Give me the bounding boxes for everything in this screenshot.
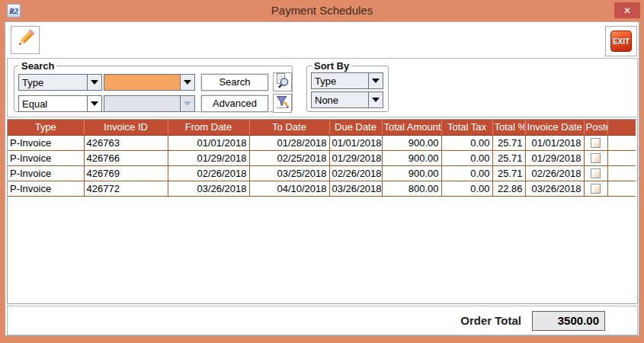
chevron-down-icon[interactable] xyxy=(180,75,194,90)
table-row[interactable]: P-Invoice42676601/29/201802/25/201801/29… xyxy=(8,150,636,165)
posted-checkbox[interactable] xyxy=(591,138,601,148)
table-cell[interactable]: 25.71 xyxy=(492,135,525,150)
column-header-total-tax[interactable]: Total Tax xyxy=(441,120,492,135)
table-cell[interactable]: 01/01/2018 xyxy=(525,135,584,150)
column-header-due-date[interactable]: Due Date xyxy=(329,120,382,135)
table-cell[interactable]: 900.00 xyxy=(382,135,441,150)
edit-button[interactable] xyxy=(11,26,40,54)
search-groupbox: Search Type Search xyxy=(14,60,293,112)
table-cell-filler xyxy=(607,165,636,181)
table-cell-posted xyxy=(584,165,607,181)
table-row[interactable]: P-Invoice42676902/26/201803/25/201802/26… xyxy=(8,165,636,181)
column-header-total-[interactable]: Total % xyxy=(492,120,525,135)
posted-checkbox[interactable] xyxy=(591,153,601,163)
posted-checkbox[interactable] xyxy=(591,168,601,178)
search-value-dropdown[interactable] xyxy=(104,74,195,91)
order-total-label: Order Total xyxy=(460,314,521,327)
sort-by-groupbox: Sort By Type None xyxy=(306,60,389,112)
table-cell[interactable]: 02/26/2018 xyxy=(329,165,382,181)
table-cell[interactable]: P-Invoice xyxy=(8,181,84,196)
magnifier-document-icon xyxy=(274,72,290,91)
chevron-down-icon[interactable] xyxy=(368,92,383,107)
table-cell[interactable]: 02/26/2018 xyxy=(525,165,584,181)
table-cell[interactable]: 426769 xyxy=(84,165,168,181)
table-cell-filler xyxy=(607,181,636,196)
column-header-invoice-id[interactable]: Invoice ID xyxy=(84,120,168,135)
table-cell[interactable]: 01/01/2018 xyxy=(329,135,382,150)
table-cell-posted xyxy=(584,150,607,165)
table-cell[interactable]: 0.00 xyxy=(441,150,492,165)
column-header-type[interactable]: Type xyxy=(8,120,84,135)
sort-primary-dropdown[interactable]: Type xyxy=(311,72,383,89)
table-cell[interactable]: 02/25/2018 xyxy=(249,150,329,165)
table-cell[interactable]: 01/29/2018 xyxy=(525,150,584,165)
title-bar[interactable]: R2 Payment Schedules ✕ xyxy=(0,0,644,21)
payment-schedules-window: R2 Payment Schedules ✕ xyxy=(0,0,644,343)
table-cell[interactable]: 800.00 xyxy=(382,181,441,196)
table-cell[interactable]: 01/29/2018 xyxy=(329,150,382,165)
table-cell-posted xyxy=(584,135,607,150)
dialog-content: EXIT Search Type Search xyxy=(5,21,639,336)
sort-secondary-dropdown[interactable]: None xyxy=(311,91,383,108)
table-row[interactable]: P-Invoice42676301/01/201801/28/201801/01… xyxy=(8,135,636,150)
exit-button[interactable]: EXIT xyxy=(605,26,637,56)
search-value2-dropdown xyxy=(104,95,195,112)
table-cell[interactable]: 03/25/2018 xyxy=(249,165,329,181)
window-title: Payment Schedules xyxy=(0,0,644,21)
column-header-from-date[interactable]: From Date xyxy=(168,120,249,135)
table-cell[interactable]: P-Invoice xyxy=(8,165,84,181)
table-cell[interactable]: 03/26/2018 xyxy=(525,181,584,196)
table-cell-filler xyxy=(607,135,636,150)
table-cell[interactable]: 03/26/2018 xyxy=(329,181,382,196)
search-field-dropdown[interactable]: Type xyxy=(18,74,102,91)
table-cell[interactable]: 25.71 xyxy=(492,150,525,165)
table-cell[interactable]: 426763 xyxy=(84,135,168,150)
table-cell[interactable]: 02/26/2018 xyxy=(168,165,249,181)
table-cell-posted xyxy=(584,181,607,196)
posted-checkbox[interactable] xyxy=(591,184,601,194)
search-legend: Search xyxy=(19,60,56,72)
footer-panel: Order Total 3500.00 xyxy=(7,306,638,335)
table-cell[interactable]: P-Invoice xyxy=(8,150,84,165)
table-cell[interactable]: 426766 xyxy=(84,150,168,165)
chevron-down-icon[interactable] xyxy=(87,96,101,111)
close-button[interactable]: ✕ xyxy=(614,2,640,18)
table-cell[interactable]: 03/26/2018 xyxy=(168,181,249,196)
column-header-filler xyxy=(607,120,636,135)
search-value2-input xyxy=(104,96,180,111)
advanced-search-icon-button[interactable] xyxy=(273,94,292,113)
column-header-to-date[interactable]: To Date xyxy=(249,120,329,135)
search-button[interactable]: Search xyxy=(201,74,268,91)
table-cell[interactable]: 01/01/2018 xyxy=(168,135,249,150)
table-cell[interactable]: 0.00 xyxy=(441,181,492,196)
table-row[interactable]: P-Invoice42677203/26/201804/10/201803/26… xyxy=(8,181,636,196)
table-cell[interactable]: 22.86 xyxy=(492,181,525,196)
table-cell[interactable]: 25.71 xyxy=(492,165,525,181)
table-cell[interactable]: 900.00 xyxy=(382,150,441,165)
table-cell[interactable]: 426772 xyxy=(84,181,168,196)
chevron-down-icon xyxy=(180,96,194,111)
column-header-total-amount[interactable]: Total Amount xyxy=(382,120,441,135)
table-cell[interactable]: P-Invoice xyxy=(8,135,84,150)
table-cell[interactable]: 04/10/2018 xyxy=(249,181,329,196)
sort-by-legend: Sort By xyxy=(312,60,351,72)
table-cell[interactable]: 01/28/2018 xyxy=(249,135,329,150)
table-cell[interactable]: 0.00 xyxy=(441,165,492,181)
sort-primary-value: Type xyxy=(312,73,368,88)
controls-panel: Search Type Search xyxy=(7,58,638,117)
search-operator-dropdown[interactable]: Equal xyxy=(18,95,102,112)
advanced-button[interactable]: Advanced xyxy=(201,95,268,112)
chevron-down-icon[interactable] xyxy=(368,73,383,88)
chevron-down-icon[interactable] xyxy=(87,75,101,90)
search-icon-button[interactable] xyxy=(273,72,292,91)
order-total-value: 3500.00 xyxy=(532,311,605,331)
table-cell[interactable]: 900.00 xyxy=(382,165,441,181)
search-value-input[interactable] xyxy=(104,75,180,90)
table-cell[interactable]: 0.00 xyxy=(441,135,492,150)
table-cell[interactable]: 01/29/2018 xyxy=(168,150,249,165)
table-cell-filler xyxy=(607,150,636,165)
table-body: P-Invoice42676301/01/201801/28/201801/01… xyxy=(8,135,636,196)
column-header-posted[interactable]: Posted xyxy=(584,120,607,135)
sort-secondary-value: None xyxy=(312,92,368,107)
column-header-invoice-date[interactable]: Invoice Date xyxy=(525,120,584,135)
